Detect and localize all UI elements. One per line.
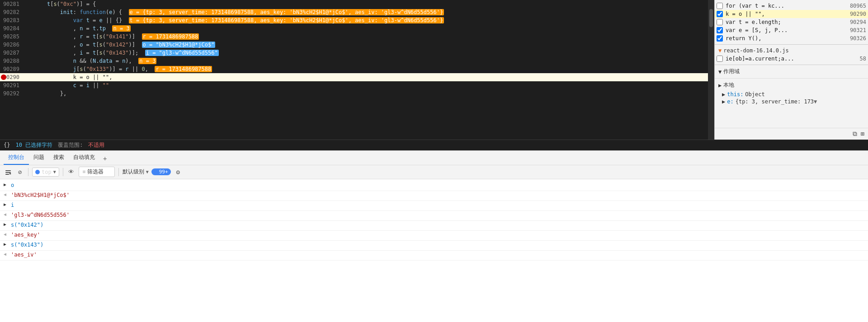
console-toolbar: ⊘ top ▼ 👁 ≡ 筛选器 默认级别 ▼ 99+ <box>0 165 868 179</box>
gear-icon: ⚙ <box>176 168 179 176</box>
console-block-button[interactable]: ⊘ <box>15 168 24 177</box>
watchpoint-linenum-4: 90326 <box>850 35 866 42</box>
entry-7-content: 'aes_iv' <box>11 252 37 258</box>
watchpoint-label-0: for (var t = kc... <box>726 3 846 9</box>
console-clear-button[interactable] <box>4 168 13 177</box>
code-line-90283: 90283 var t = e || {} t = {tp: 3, server… <box>0 16 714 24</box>
svg-rect-0 <box>5 170 11 171</box>
scope-this-item[interactable]: ▶ this: Object <box>715 91 868 98</box>
status-braces: {} <box>4 142 10 148</box>
entry-1-expand-icon[interactable]: ◀ <box>4 192 9 197</box>
watchpoint-item-4[interactable]: return Y(), 90326 <box>715 34 868 42</box>
entry-7-expand-icon[interactable]: ◀ <box>4 252 9 257</box>
tab-search[interactable]: 搜索 <box>49 151 69 165</box>
callstack-linenum-0: 58 <box>860 56 866 62</box>
entry-3-expand-icon[interactable]: ◀ <box>4 212 9 217</box>
context-label: top <box>42 169 52 175</box>
watchpoint-label-2: var t = e.length; <box>726 19 846 25</box>
tab-add-button[interactable]: + <box>99 152 110 165</box>
line-number-90281: 90281 <box>0 0 25 8</box>
console-entry-7[interactable]: ◀ 'aes_iv' <box>0 251 868 261</box>
code-line-90290: 90290 k = o || "", <box>0 73 714 81</box>
watchpoint-checkbox-2[interactable] <box>717 19 723 25</box>
entry-5-expand-icon[interactable]: ◀ <box>4 232 9 237</box>
console-entry-3[interactable]: ◀ 'gl3-w^dN6d55d556' <box>0 211 868 221</box>
watchpoint-checkbox-3[interactable] <box>717 27 723 33</box>
line-number-90285: 90285 <box>0 33 25 41</box>
context-dot <box>35 170 40 174</box>
tab-issues[interactable]: 问题 <box>29 151 49 165</box>
watchpoint-item-3[interactable]: var e = [S, j, P... 90321 <box>715 26 868 34</box>
debug-expand-icon[interactable]: ⊞ <box>861 130 864 138</box>
debug-actions: ⧉ ⊞ <box>715 128 868 140</box>
code-line-90286: 90286 , o = t[s("0x142")] o = "bN3%cH2$H… <box>0 41 714 49</box>
entry-2-expand-icon[interactable]: ▶ <box>4 202 9 207</box>
entry-3-content: 'gl3-w^dN6d55d556' <box>11 212 70 218</box>
watchpoint-label-1: k = o || "", <box>726 11 846 17</box>
console-eye-button[interactable]: 👁 <box>67 168 76 177</box>
code-line-90285: 90285 , r = t[s("0x141")] r = 1731486987… <box>0 33 714 41</box>
entry-4-expand-icon[interactable]: ▶ <box>4 222 9 227</box>
status-coverage-value[interactable]: 不适用 <box>88 141 104 149</box>
console-entry-0[interactable]: ▶ o <box>0 181 868 191</box>
code-line-90289: 90289 j[s("0x133")] = r || 0, r = 173148… <box>0 65 714 73</box>
code-line-90287: 90287 , i = t[s("0x143")]; i = "gl3-w^dN… <box>0 49 714 57</box>
code-line-90291: 90291 c = i || "" <box>0 81 714 89</box>
filter-input-container[interactable]: ≡ 筛选器 <box>79 167 115 177</box>
code-scrollbar[interactable] <box>708 0 714 140</box>
watchpoint-checkbox-1[interactable] <box>717 11 723 17</box>
status-bar: {} 10 已选择字符 覆盖范围: 不适用 <box>0 140 868 150</box>
entry-4-content: s("0x142") <box>11 222 43 228</box>
code-line-90281: 90281 t[s("0xc")] = { <box>0 0 714 8</box>
context-arrow-icon: ▼ <box>53 169 56 174</box>
scope-e-item[interactable]: ▶ e: {tp: 3, server_time: 173 ▼ <box>715 98 868 105</box>
debug-new-tab-icon[interactable]: ⧉ <box>853 130 857 138</box>
console-entry-1[interactable]: ◀ 'bN3%cH2$H1@*jCo$' <box>0 191 868 201</box>
watchpoint-label-4: return Y(), <box>726 35 846 42</box>
callstack-item-0[interactable]: ie[ob]=a.current;a... 58 <box>715 55 868 63</box>
watchpoint-checkbox-0[interactable] <box>717 3 723 9</box>
badge-dot <box>154 170 158 173</box>
line-number-90286: 90286 <box>0 41 25 49</box>
scope-this-key: this: <box>727 91 743 98</box>
callstack-label-0: ie[ob]=a.current;a... <box>726 56 856 62</box>
tab-autofill[interactable]: 自动填充 <box>69 151 99 165</box>
watchpoint-linenum-3: 90321 <box>850 27 866 33</box>
debug-panel: for (var t = kc... 80965 k = o || "", 90… <box>714 0 868 140</box>
watchpoint-item-0[interactable]: for (var t = kc... 80965 <box>715 2 868 10</box>
watchpoint-linenum-0: 80965 <box>850 3 866 9</box>
watchpoint-item-2[interactable]: var t = e.length; 90294 <box>715 18 868 26</box>
console-entry-2[interactable]: ▶ i <box>0 201 868 211</box>
tab-console[interactable]: 控制台 <box>4 151 29 165</box>
line-number-90289: 90289 <box>0 65 25 73</box>
entry-6-expand-icon[interactable]: ▶ <box>4 242 9 247</box>
watchpoint-checkbox-4[interactable] <box>717 35 723 42</box>
watchpoint-linenum-1: 90290 <box>850 11 866 17</box>
context-selector[interactable]: top ▼ <box>32 168 59 177</box>
console-entry-4[interactable]: ▶ s("0x142") <box>0 221 868 231</box>
entry-2-content: i <box>11 202 14 208</box>
callstack-checkbox-0[interactable] <box>717 56 723 62</box>
console-settings-button[interactable]: ⚙ <box>174 168 183 177</box>
level-label: 默认级别 <box>123 168 144 176</box>
line-number-90288: 90288 <box>0 57 25 65</box>
console-entry-5[interactable]: ◀ 'aes_key' <box>0 231 868 241</box>
line-number-90283: 90283 <box>0 16 25 24</box>
filter-label: 筛选器 <box>87 168 104 176</box>
status-selector-text: 10 已选择字符 <box>15 141 52 149</box>
badge-count-label: 99+ <box>159 169 168 175</box>
watchpoint-linenum-2: 90294 <box>850 19 866 25</box>
toolbar-divider-1 <box>28 168 28 176</box>
main-container: 90281 t[s("0xc")] = { 90282 init: functi… <box>0 0 868 322</box>
line-number-90282: 90282 <box>0 8 25 16</box>
line-number-90292: 90292 <box>0 89 25 98</box>
watchpoint-item-1[interactable]: k = o || "", 90290 <box>715 10 868 18</box>
scope-section-header[interactable]: ▼ 作用域 <box>715 66 868 77</box>
level-arrow-icon: ▼ <box>146 169 149 174</box>
entry-0-expand-icon[interactable]: ▶ <box>4 182 9 187</box>
line-number-90291: 90291 <box>0 81 25 89</box>
console-entry-6[interactable]: ▶ s("0x143") <box>0 241 868 251</box>
scope-local-header: ▶ 本地 <box>715 79 868 91</box>
entry-6-content: s("0x143") <box>11 242 43 248</box>
level-selector[interactable]: 默认级别 ▼ <box>123 168 149 176</box>
